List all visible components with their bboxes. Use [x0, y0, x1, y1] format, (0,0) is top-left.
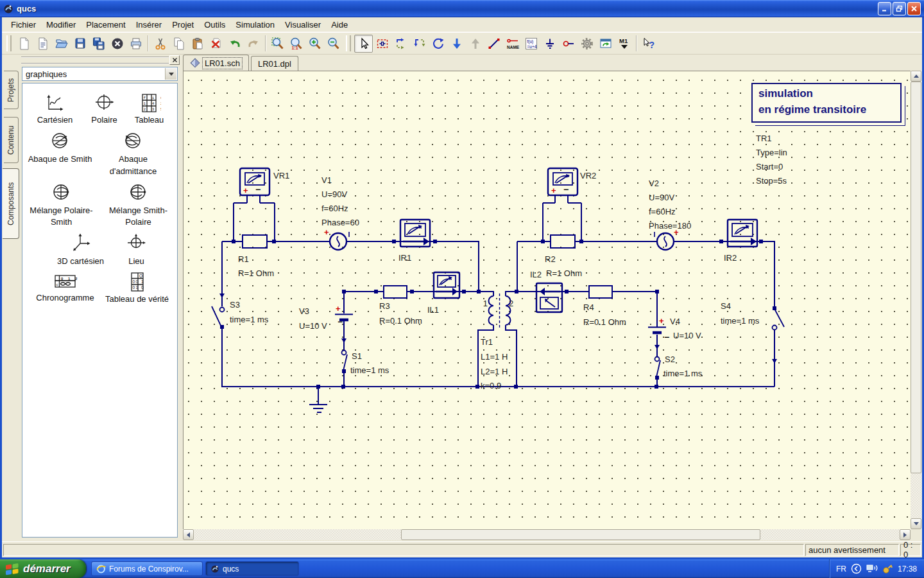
delete-button[interactable] — [207, 35, 225, 53]
ac-source-V1[interactable] — [330, 232, 349, 250]
view-data-display-button[interactable] — [596, 35, 615, 53]
palette-item-abaque-admittance[interactable]: Abaque d'admittance — [95, 130, 172, 178]
ammeter-IR2[interactable] — [728, 220, 757, 247]
ac-source-V2[interactable] — [654, 232, 674, 250]
label-S3[interactable]: S3 — [230, 300, 240, 310]
tray-app-icon[interactable] — [882, 564, 893, 574]
undo-button[interactable] — [225, 35, 244, 53]
volume-display-icon[interactable] — [866, 564, 878, 574]
voltmeter-VR1[interactable]: + − — [240, 168, 270, 195]
combo-dropdown-button[interactable] — [165, 68, 176, 80]
label-IL1[interactable]: IL1 — [427, 305, 439, 315]
label-IL2[interactable]: IL2 — [530, 270, 542, 279]
ammeter-IR1[interactable] — [400, 220, 430, 247]
new-text-document-button[interactable] — [33, 35, 52, 53]
palette-item-tableau[interactable]: f i u1 4 22 3 5 Tableau — [127, 92, 172, 127]
label-S1-time[interactable]: time=1 ms — [350, 365, 389, 375]
label-V1-U[interactable]: U=90V — [321, 189, 347, 199]
label-R3[interactable]: R3 — [379, 301, 390, 311]
menu-outils[interactable]: Outils — [199, 19, 230, 31]
save-document-button[interactable] — [71, 35, 89, 53]
label-TR1[interactable]: TR1 — [756, 134, 772, 143]
label-S2-time[interactable]: time=1 ms — [663, 369, 702, 378]
minimize-button[interactable] — [878, 2, 891, 15]
label-VR2[interactable]: VR2 — [580, 171, 596, 180]
insert-equation-button[interactable]: f(u)=u+4 — [522, 35, 540, 53]
menu-placement[interactable]: Placement — [81, 19, 130, 31]
dock-tab-projets[interactable]: Projets — [4, 71, 19, 109]
label-TR1-start[interactable]: Start=0 — [756, 162, 783, 171]
label-V1[interactable]: V1 — [321, 175, 332, 185]
resistor-R1[interactable] — [243, 235, 267, 248]
schematic-canvas[interactable]: 1 2 + − + − — [183, 71, 911, 529]
menu-projet[interactable]: Projet — [167, 19, 199, 31]
dock-tab-contenu[interactable]: Contenu — [4, 117, 19, 163]
insert-marker-button[interactable]: M1 — [615, 35, 633, 53]
switch-S3[interactable] — [212, 306, 225, 329]
switch-S2[interactable] — [655, 357, 661, 380]
menu-aide[interactable]: Aide — [326, 19, 353, 31]
label-R4-value[interactable]: R=0.1 Ohm — [583, 317, 626, 327]
label-S1[interactable]: S1 — [352, 351, 362, 361]
label-S2[interactable]: S2 — [665, 355, 675, 364]
insert-wire-button[interactable] — [484, 35, 503, 53]
label-V2[interactable]: V2 — [649, 179, 659, 188]
zoom-in-button[interactable] — [305, 35, 324, 53]
label-Tr1-L2[interactable]: L2=1 H — [481, 367, 508, 376]
print-button[interactable] — [126, 35, 145, 53]
palette-item-abaque-smith[interactable]: Abaque de Smith — [28, 130, 92, 166]
deactivate-component-button[interactable] — [373, 35, 391, 53]
label-VR1[interactable]: VR1 — [273, 171, 289, 180]
task-button-qucs[interactable]: qucs — [205, 561, 299, 576]
language-indicator[interactable]: FR — [836, 565, 846, 574]
resistor-R3[interactable] — [384, 286, 407, 298]
label-R2[interactable]: R2 — [545, 254, 556, 264]
insert-wire-label-button[interactable]: NAME — [503, 35, 522, 53]
horizontal-scroll-thumb[interactable] — [401, 529, 760, 540]
insert-port-button[interactable] — [559, 35, 578, 53]
label-R4[interactable]: R4 — [583, 302, 594, 312]
resistor-R4[interactable] — [589, 286, 612, 298]
toolbar-handle[interactable] — [346, 35, 351, 51]
open-document-button[interactable] — [52, 35, 71, 53]
vertical-scroll-thumb[interactable] — [911, 82, 921, 473]
label-V3[interactable]: V3 — [299, 306, 309, 316]
redo-button[interactable] — [244, 35, 262, 53]
mirror-about-y-button[interactable] — [410, 35, 429, 53]
save-all-documents-button[interactable] — [89, 35, 108, 53]
menu-visualiser[interactable]: Visualiser — [280, 19, 326, 31]
label-S4[interactable]: S4 — [721, 301, 731, 311]
ammeter-IL1[interactable] — [434, 272, 459, 298]
scroll-up-button[interactable] — [911, 71, 921, 82]
dock-tab-composants[interactable]: Composants — [3, 168, 19, 239]
select-button[interactable] — [354, 35, 373, 53]
palette-item-chronogramme[interactable]: 0 1 2c Chronogramme — [30, 272, 101, 304]
vertical-scrollbar[interactable] — [911, 71, 921, 529]
label-V1-phase[interactable]: Phase=60 — [321, 218, 359, 227]
switch-S1[interactable] — [342, 351, 348, 374]
zoom-fit-button[interactable] — [268, 35, 287, 53]
label-V1-f[interactable]: f=60Hz — [321, 204, 348, 213]
resistor-R2[interactable] — [551, 235, 575, 248]
pop-out-button[interactable] — [466, 35, 484, 53]
label-R2-value[interactable]: R=1 Ohm — [546, 268, 582, 278]
menu-fichier[interactable]: Fichier — [6, 19, 41, 31]
new-document-button[interactable] — [15, 35, 33, 53]
label-Tr1-L1[interactable]: L1=1 H — [481, 352, 508, 362]
label-R1[interactable]: R1 — [238, 254, 249, 264]
label-S3-time[interactable]: time=1 ms — [230, 315, 268, 324]
label-IR1[interactable]: IR1 — [398, 253, 411, 263]
zoom-out-button[interactable] — [324, 35, 343, 53]
insert-ground-button[interactable] — [540, 35, 559, 53]
switch-S4[interactable] — [773, 306, 785, 330]
palette-item-polaire[interactable]: Polaire — [85, 92, 124, 127]
label-TR1-stop[interactable]: Stop=5s — [756, 176, 787, 186]
toolbar-handle[interactable] — [6, 35, 12, 51]
horizontal-scrollbar[interactable] — [183, 529, 911, 540]
scroll-left-button[interactable] — [183, 529, 194, 540]
menu-inserer[interactable]: Insérer — [131, 19, 167, 31]
battery-V4[interactable] — [648, 328, 666, 333]
menu-modifier[interactable]: Modifier — [41, 19, 81, 31]
label-S4-time[interactable]: time=1 ms — [721, 316, 759, 326]
restore-button[interactable] — [893, 2, 906, 15]
